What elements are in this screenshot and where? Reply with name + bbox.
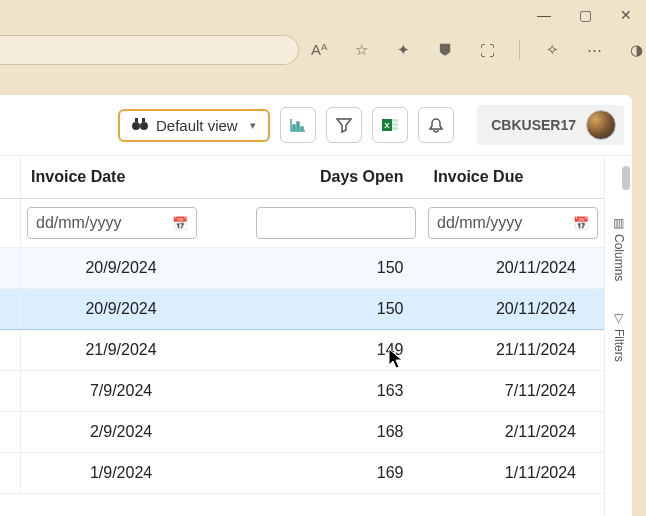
- notifications-button[interactable]: [418, 107, 454, 143]
- adblock-icon[interactable]: ⛊: [435, 42, 455, 59]
- svg-rect-9: [392, 119, 398, 122]
- cell-invoice-date: 21/9/2024: [21, 330, 221, 371]
- calendar-icon: 📅: [573, 216, 589, 231]
- table-row[interactable]: 21/9/202414921/11/2024: [0, 330, 604, 371]
- browser-actions: Aᴬ ☆ ✦ ⛊ ⛶ ✧ ⋯ ◑: [309, 40, 646, 60]
- svg-rect-3: [142, 118, 145, 122]
- avatar: [586, 110, 616, 140]
- side-panel: ▥ Columns ▽ Filters: [604, 156, 632, 516]
- header-invoice-due[interactable]: Invoice Due: [422, 156, 604, 199]
- calendar-icon: 📅: [172, 216, 188, 231]
- cell-invoice-date: 2/9/2024: [21, 412, 221, 453]
- columns-panel-button[interactable]: ▥ Columns: [612, 216, 626, 281]
- svg-rect-5: [297, 122, 299, 130]
- cell-invoice-date: 20/9/2024: [21, 248, 221, 289]
- svg-rect-11: [392, 127, 398, 130]
- favorites-icon[interactable]: ✧: [542, 41, 562, 59]
- filters-label: Filters: [612, 329, 626, 362]
- filters-panel-button[interactable]: ▽ Filters: [612, 311, 626, 362]
- svg-rect-2: [135, 118, 138, 122]
- cell-invoice-due: 20/11/2024: [422, 289, 604, 330]
- cell-days-open: 169: [221, 453, 421, 494]
- svg-point-0: [132, 122, 140, 130]
- svg-text:X: X: [384, 121, 390, 130]
- chevron-down-icon: ▾: [250, 119, 256, 132]
- more-icon[interactable]: ⋯: [584, 41, 604, 59]
- date-placeholder: dd/mm/yyyy: [437, 214, 522, 232]
- user-menu[interactable]: CBKUSER17: [477, 105, 624, 145]
- cell-days-open: 150: [221, 289, 421, 330]
- read-aloud-icon[interactable]: Aᴬ: [309, 41, 329, 59]
- svg-rect-4: [293, 125, 295, 130]
- filter-days-open[interactable]: [256, 207, 416, 239]
- date-placeholder: dd/mm/yyyy: [36, 214, 121, 232]
- chart-button[interactable]: [280, 107, 316, 143]
- header-row: Invoice Date Days Open Invoice Due: [0, 156, 604, 199]
- toolbar-divider: [519, 40, 520, 60]
- maximize-button[interactable]: ▢: [579, 7, 592, 23]
- view-selector-button[interactable]: Default view ▾: [118, 109, 270, 142]
- extension-icon[interactable]: ✦: [393, 41, 413, 59]
- table-row[interactable]: 20/9/202415020/11/2024: [0, 248, 604, 289]
- browser-toolbar: Aᴬ ☆ ✦ ⛊ ⛶ ✧ ⋯ ◑: [0, 30, 646, 70]
- extensions-icon[interactable]: ⛶: [477, 42, 497, 59]
- columns-icon: ▥: [613, 216, 624, 230]
- svg-rect-6: [301, 127, 303, 130]
- header-invoice-date[interactable]: Invoice Date: [21, 156, 221, 199]
- cell-days-open: 163: [221, 371, 421, 412]
- filter-invoice-date[interactable]: dd/mm/yyyy 📅: [27, 207, 197, 239]
- cell-days-open: 168: [221, 412, 421, 453]
- svg-point-1: [140, 122, 148, 130]
- cell-invoice-due: 2/11/2024: [422, 412, 604, 453]
- filter-row: dd/mm/yyyy 📅 dd/mm/yyyy 📅: [0, 199, 604, 248]
- minimize-button[interactable]: —: [537, 7, 551, 23]
- svg-rect-10: [392, 123, 398, 126]
- cell-invoice-due: 20/11/2024: [422, 248, 604, 289]
- favorite-star-icon[interactable]: ☆: [351, 41, 371, 59]
- binoculars-icon: [132, 117, 148, 134]
- cell-invoice-date: 20/9/2024: [21, 289, 221, 330]
- copilot-icon[interactable]: ◑: [626, 41, 646, 59]
- window-controls: — ▢ ✕: [537, 0, 646, 30]
- cell-invoice-due: 7/11/2024: [422, 371, 604, 412]
- header-days-open[interactable]: Days Open: [221, 156, 421, 199]
- app-toolbar: Default view ▾ X CBKUSER17: [0, 95, 632, 155]
- cell-invoice-date: 7/9/2024: [21, 371, 221, 412]
- export-excel-button[interactable]: X: [372, 107, 408, 143]
- invoice-table: Invoice Date Days Open Invoice Due dd/mm…: [0, 156, 604, 494]
- cell-days-open: 150: [221, 248, 421, 289]
- table-row[interactable]: 2/9/20241682/11/2024: [0, 412, 604, 453]
- filter-invoice-due[interactable]: dd/mm/yyyy 📅: [428, 207, 598, 239]
- table-row[interactable]: 1/9/20241691/11/2024: [0, 453, 604, 494]
- cell-days-open: 149: [221, 330, 421, 371]
- cell-invoice-due: 1/11/2024: [422, 453, 604, 494]
- close-button[interactable]: ✕: [620, 7, 632, 23]
- table-row[interactable]: 7/9/20241637/11/2024: [0, 371, 604, 412]
- cell-invoice-due: 21/11/2024: [422, 330, 604, 371]
- view-label: Default view: [156, 117, 238, 134]
- app-content: Default view ▾ X CBKUSER17 Invoice: [0, 95, 632, 516]
- address-bar[interactable]: [0, 35, 299, 65]
- cell-invoice-date: 1/9/2024: [21, 453, 221, 494]
- vertical-scrollbar[interactable]: [622, 166, 630, 190]
- username-label: CBKUSER17: [491, 117, 576, 133]
- filter-icon: ▽: [614, 311, 623, 325]
- table-row[interactable]: 20/9/202415020/11/2024: [0, 289, 604, 330]
- data-grid: Invoice Date Days Open Invoice Due dd/mm…: [0, 155, 632, 516]
- filter-button[interactable]: [326, 107, 362, 143]
- columns-label: Columns: [612, 234, 626, 281]
